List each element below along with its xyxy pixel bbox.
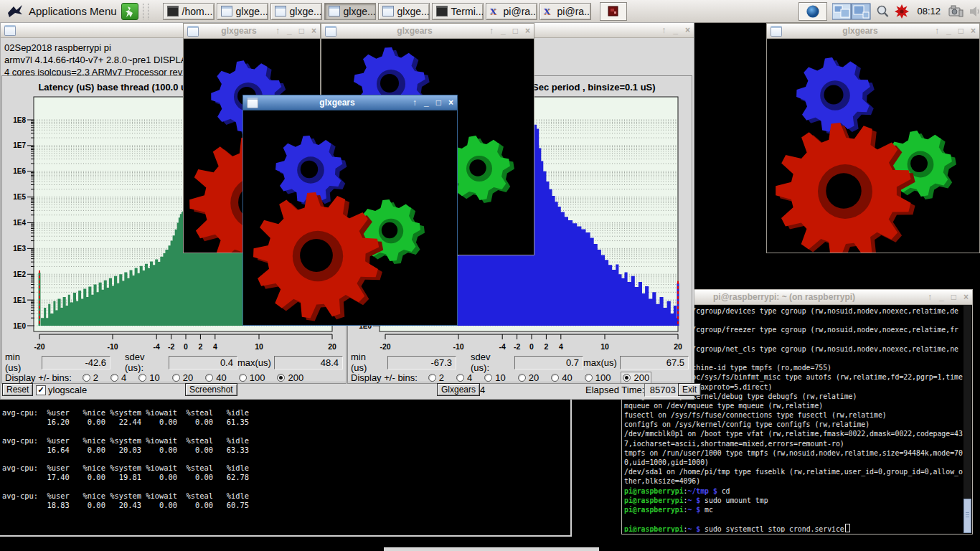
tray-app-button[interactable] <box>600 2 627 21</box>
maximize-icon[interactable]: □ <box>951 290 956 304</box>
taskbar-window-button[interactable]: glxge... <box>217 3 268 20</box>
maximize-icon[interactable]: □ <box>436 95 441 110</box>
minimize-icon[interactable]: _ <box>673 23 678 37</box>
terminal-line: tmpfs on /run/user/1000 type tmpfs (rw,n… <box>624 448 963 458</box>
svg-text:0: 0 <box>529 342 534 351</box>
shade-icon[interactable]: ↑ <box>413 95 417 110</box>
exit-button[interactable]: Exit <box>678 383 701 396</box>
min-field[interactable]: -67.3 <box>387 356 456 369</box>
titlebar-buttons: ↑_□× <box>489 24 530 38</box>
elapsed-time-field[interactable]: 85703 <box>644 383 680 397</box>
volume-icon[interactable] <box>969 5 980 18</box>
screenshot-tool-icon[interactable] <box>948 4 963 19</box>
taskbar-window-button[interactable]: Xpi@ra... <box>540 3 591 20</box>
svg-text:10: 10 <box>600 342 609 351</box>
glxgears-button[interactable]: Glxgears <box>437 383 480 396</box>
ylogscale-label: ylogscale <box>48 385 87 395</box>
shade-icon[interactable]: ↑ <box>935 24 939 38</box>
radio-circle <box>551 374 559 382</box>
glxgears-titlebar[interactable]: glxgears ↑_□× <box>767 24 979 39</box>
glxgears-window-active[interactable]: glxgears ↑_□× <box>242 95 458 326</box>
radio-circle <box>138 374 146 382</box>
min-label: min (us) <box>351 352 384 373</box>
minimize-icon[interactable]: _ <box>946 24 951 38</box>
firefox-launcher[interactable] <box>798 2 827 21</box>
glxgears-title: glxgears <box>262 98 413 108</box>
shade-icon[interactable]: ↑ <box>661 23 666 37</box>
maximize-icon[interactable]: □ <box>958 24 963 38</box>
clock[interactable]: 08:12 <box>915 6 943 17</box>
update-notifier-icon[interactable] <box>894 4 910 19</box>
taskbar-window-button[interactable]: glxge... <box>378 3 430 20</box>
taskbar-window-button[interactable]: glxge... <box>270 3 322 20</box>
titlebar-buttons: ↑_□× <box>935 24 976 38</box>
svg-text:1E1: 1E1 <box>13 296 26 304</box>
stats-row: min (us) -42.6 sdev (us): 0.4 max(us) 48… <box>2 354 346 370</box>
close-icon[interactable]: × <box>311 24 316 38</box>
glxgears-titlebar[interactable]: glxgears ↑_□× <box>243 95 457 110</box>
shade-icon[interactable]: ↑ <box>489 24 494 38</box>
app-menu-icon <box>7 4 23 19</box>
max-label: max(us) <box>237 357 271 368</box>
window-icon <box>329 6 340 17</box>
glxgears-canvas <box>767 39 979 253</box>
min-field[interactable]: -42.6 <box>42 356 110 369</box>
max-label: max(us) <box>583 357 617 368</box>
reset-button[interactable]: Reset <box>2 383 33 396</box>
applications-menu-button[interactable]: Applications Menu <box>3 0 121 22</box>
terminal-line: 0,uid=1000,gid=1000) <box>624 458 963 467</box>
terminal-line: fusectl on /sys/fs/fuse/connections type… <box>624 410 963 420</box>
xterm-icon: X <box>544 6 554 16</box>
minimize-icon[interactable]: _ <box>939 290 944 304</box>
close-icon[interactable]: × <box>971 24 976 38</box>
svg-text:1E6: 1E6 <box>13 167 26 175</box>
glxgears-titlebar[interactable]: glxgears ↑_□× <box>321 24 534 39</box>
minimize-icon[interactable]: _ <box>424 95 429 110</box>
run-launcher-icon[interactable] <box>121 3 138 20</box>
minimize-icon[interactable]: _ <box>287 24 292 38</box>
svg-text:1E0: 1E0 <box>13 322 26 330</box>
minimize-icon[interactable]: _ <box>501 24 506 38</box>
terminal-scrollbar[interactable] <box>963 305 971 533</box>
sdev-field[interactable]: 0.4 <box>169 356 237 369</box>
sdev-field[interactable]: 0.7 <box>514 356 583 369</box>
magnifier-icon[interactable] <box>876 4 889 19</box>
terminal-line: pi@raspberrypi:~ $ sudo systemctl stop c… <box>624 524 963 532</box>
window-icon <box>325 26 336 37</box>
ylogscale-checkbox[interactable]: ✓ <box>36 385 46 395</box>
terminal-window-iostat[interactable]: avg-cpu: %user %nice %system %iowait %st… <box>0 400 572 537</box>
titlebar-buttons: ↑_× <box>661 23 690 37</box>
svg-text:2: 2 <box>198 342 202 351</box>
svg-text:1E7: 1E7 <box>13 141 26 149</box>
shade-icon[interactable]: ↑ <box>275 24 280 38</box>
close-icon[interactable]: × <box>963 290 969 304</box>
maximize-icon[interactable]: □ <box>513 24 518 38</box>
scrollbar-thumb[interactable] <box>963 499 971 533</box>
svg-text:1E2: 1E2 <box>13 270 26 278</box>
close-icon[interactable]: × <box>685 23 690 37</box>
max-field[interactable]: 67.5 <box>620 356 689 369</box>
workspace-pager[interactable] <box>832 3 871 20</box>
glxgears-title: glxgears <box>202 26 275 36</box>
sdev-label: sdev (us): <box>125 352 165 373</box>
close-icon[interactable]: × <box>525 24 530 38</box>
taskbar-window-button[interactable]: glxge... <box>324 3 376 20</box>
terminal-icon <box>167 6 179 17</box>
glxgears-window-4[interactable]: glxgears ↑_□× <box>766 23 980 253</box>
screenshot-button[interactable]: Screenshot <box>185 383 237 396</box>
terminal-line: mqueue on /dev/mqueue type mqueue (rw,re… <box>624 401 963 410</box>
close-icon[interactable]: × <box>448 95 453 110</box>
taskbar-window-button[interactable]: Xpi@ra... <box>486 3 537 20</box>
shade-icon[interactable]: ↑ <box>928 290 932 304</box>
maximize-icon[interactable]: □ <box>299 24 304 38</box>
terminal-line: pi@raspberrypi:~/tmp $ cd <box>624 486 963 496</box>
radio-circle <box>456 374 464 382</box>
window-icon <box>221 6 232 17</box>
taskbar-window-button[interactable]: Termi... <box>432 3 484 20</box>
max-field[interactable]: 48.4 <box>274 356 343 369</box>
svg-text:1E4: 1E4 <box>13 219 26 227</box>
glxgears-title: glxgears <box>786 26 935 36</box>
taskbar-window-button[interactable]: /hom... <box>163 3 215 20</box>
glxgears-titlebar[interactable]: glxgears ↑_□× <box>184 24 320 39</box>
background-window-edge[interactable] <box>384 547 599 551</box>
